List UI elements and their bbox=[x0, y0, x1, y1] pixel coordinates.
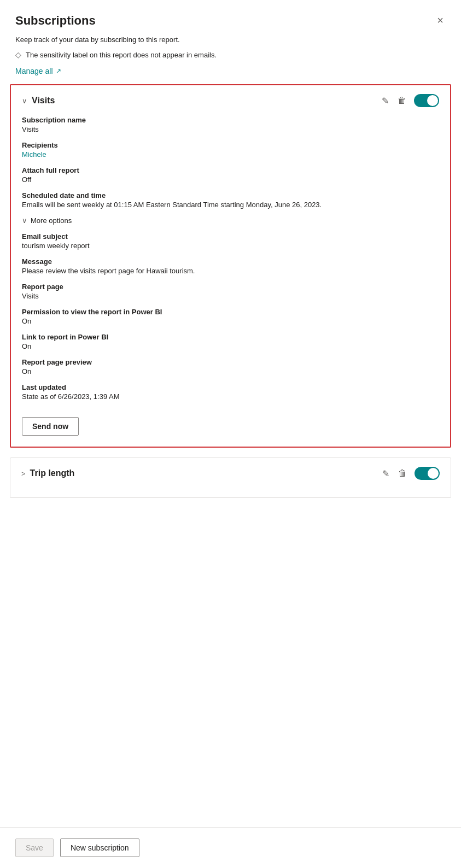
chevron-down-icon[interactable]: ∨ bbox=[22, 97, 27, 105]
card-header-trip-right: ✎ 🗑 bbox=[381, 467, 440, 480]
field-label-email-subject: Email subject bbox=[22, 232, 439, 241]
manage-all-row: Manage all ↗ bbox=[0, 64, 461, 84]
field-label-attach-report: Attach full report bbox=[22, 166, 439, 174]
close-button[interactable]: × bbox=[435, 12, 446, 29]
field-attach-report: Attach full report Off bbox=[22, 166, 439, 184]
panel-title: Subscriptions bbox=[15, 14, 96, 28]
field-report-preview: Report page preview On bbox=[22, 358, 439, 376]
sensitivity-notice-row: ◇ The sensitivity label on this report d… bbox=[0, 48, 461, 64]
more-options-label: More options bbox=[31, 216, 72, 225]
field-value-attach-report: Off bbox=[22, 175, 439, 184]
field-label-report-preview: Report page preview bbox=[22, 358, 439, 366]
subscription-card-visits: ∨ Visits ✎ 🗑 Subscription name Visits Re… bbox=[10, 84, 451, 448]
field-label-scheduled: Scheduled date and time bbox=[22, 191, 439, 200]
card-header-left: ∨ Visits bbox=[22, 96, 55, 105]
field-report-page: Report page Visits bbox=[22, 283, 439, 300]
field-value-scheduled: Emails will be sent weekly at 01:15 AM E… bbox=[22, 201, 439, 209]
field-recipients: Recipients Michele bbox=[22, 141, 439, 159]
field-message: Message Please review the visits report … bbox=[22, 257, 439, 275]
field-email-subject: Email subject tourism weekly report bbox=[22, 232, 439, 250]
subscription-title-visits: Visits bbox=[32, 96, 55, 105]
card-header-trip: > Trip length ✎ 🗑 bbox=[21, 467, 440, 480]
edit-button-trip[interactable]: ✎ bbox=[381, 467, 390, 480]
manage-all-label: Manage all bbox=[15, 67, 53, 75]
field-value-report-preview: On bbox=[22, 367, 439, 376]
field-label-link: Link to report in Power BI bbox=[22, 333, 439, 341]
subscription-card-trip: > Trip length ✎ 🗑 bbox=[10, 458, 451, 498]
field-label-recipients: Recipients bbox=[22, 141, 439, 149]
field-label-last-updated: Last updated bbox=[22, 383, 439, 391]
manage-all-link[interactable]: Manage all ↗ bbox=[15, 67, 61, 75]
subscriptions-panel: Subscriptions × Keep track of your data … bbox=[0, 0, 461, 868]
field-value-subscription-name: Visits bbox=[22, 125, 439, 133]
external-link-icon: ↗ bbox=[56, 67, 61, 75]
field-subscription-name: Subscription name Visits bbox=[22, 116, 439, 133]
delete-button-trip[interactable]: 🗑 bbox=[397, 467, 408, 479]
toggle-visits[interactable] bbox=[414, 94, 439, 107]
card-header-visits: ∨ Visits ✎ 🗑 bbox=[22, 94, 439, 107]
sensitivity-icon: ◇ bbox=[15, 50, 21, 59]
field-label-permission: Permission to view the report in Power B… bbox=[22, 308, 439, 316]
subscription-title-trip: Trip length bbox=[30, 468, 75, 478]
more-options-chevron-icon: ∨ bbox=[22, 216, 27, 225]
field-scheduled: Scheduled date and time Emails will be s… bbox=[22, 191, 439, 209]
card-header-right: ✎ 🗑 bbox=[381, 94, 439, 107]
field-last-updated: Last updated State as of 6/26/2023, 1:39… bbox=[22, 383, 439, 401]
chevron-right-icon-trip[interactable]: > bbox=[21, 470, 26, 478]
field-value-recipients[interactable]: Michele bbox=[22, 150, 439, 159]
panel-footer: Save New subscription bbox=[0, 827, 461, 868]
more-options-row[interactable]: ∨ More options bbox=[22, 216, 439, 225]
field-value-report-page: Visits bbox=[22, 292, 439, 300]
send-now-button[interactable]: Send now bbox=[22, 417, 79, 436]
panel-subtitle: Keep track of your data by subscribing t… bbox=[0, 33, 461, 48]
field-value-message: Please review the visits report page for… bbox=[22, 267, 439, 275]
new-subscription-button[interactable]: New subscription bbox=[60, 838, 139, 857]
field-label-message: Message bbox=[22, 257, 439, 266]
card-header-trip-left: > Trip length bbox=[21, 468, 74, 478]
field-value-last-updated: State as of 6/26/2023, 1:39 AM bbox=[22, 392, 439, 401]
sensitivity-notice-text: The sensitivity label on this report doe… bbox=[26, 51, 217, 59]
edit-button-visits[interactable]: ✎ bbox=[381, 95, 390, 107]
panel-header: Subscriptions × bbox=[0, 0, 461, 33]
toggle-trip[interactable] bbox=[415, 467, 440, 480]
field-value-link: On bbox=[22, 342, 439, 350]
delete-button-visits[interactable]: 🗑 bbox=[396, 95, 407, 107]
field-value-permission: On bbox=[22, 317, 439, 325]
field-label-subscription-name: Subscription name bbox=[22, 116, 439, 124]
field-link: Link to report in Power BI On bbox=[22, 333, 439, 350]
field-permission: Permission to view the report in Power B… bbox=[22, 308, 439, 325]
field-value-email-subject: tourism weekly report bbox=[22, 242, 439, 250]
field-label-report-page: Report page bbox=[22, 283, 439, 291]
save-button: Save bbox=[15, 838, 54, 857]
